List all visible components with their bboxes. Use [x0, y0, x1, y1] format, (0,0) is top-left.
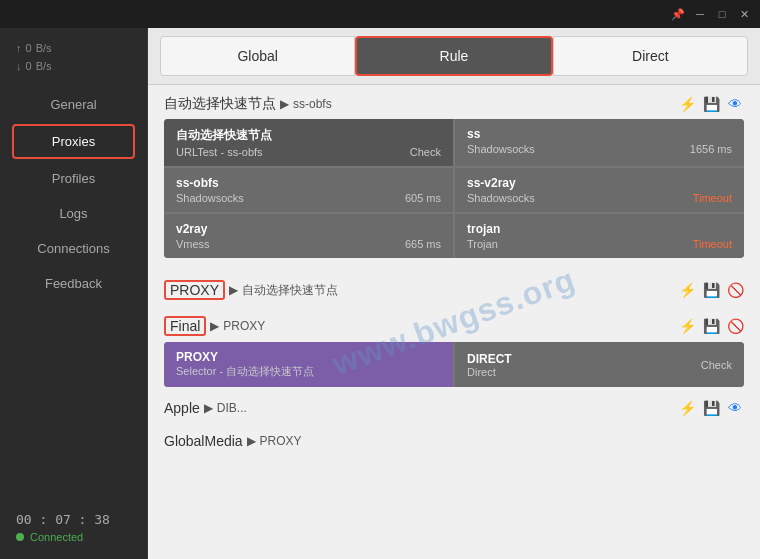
- card-latency-ss-obfs: 605 ms: [405, 192, 441, 204]
- final-card-name-proxy: PROXY: [176, 350, 441, 364]
- tab-direct[interactable]: Direct: [553, 36, 748, 76]
- group-name-proxy: PROXY: [164, 280, 225, 300]
- sidebar-item-feedback[interactable]: Feedback: [0, 266, 147, 301]
- group-header-auto-select: 自动选择快速节点 ▶ ss-obfs ⚡ 💾 👁: [164, 85, 744, 119]
- content-area: Global Rule Direct www.bwgss.org 自动选择快速节…: [148, 28, 760, 559]
- save-icon-proxy[interactable]: 💾: [702, 281, 720, 299]
- sidebar-item-general[interactable]: General: [0, 87, 147, 122]
- proxy-grid-auto: 自动选择快速节点 URLTest - ss-obfs Check ss Shad…: [164, 119, 744, 258]
- card-latency-ss: 1656 ms: [690, 143, 732, 155]
- minimize-button[interactable]: ─: [692, 6, 708, 22]
- proxy-card-v2ray[interactable]: v2ray Vmess 665 ms: [164, 214, 453, 258]
- group-actions-proxy: ⚡ 💾 🚫: [678, 281, 744, 299]
- group-header-globalmedia: GlobalMedia ▶ PROXY: [164, 423, 744, 455]
- save-icon-auto[interactable]: 💾: [702, 95, 720, 113]
- sidebar-item-connections[interactable]: Connections: [0, 231, 147, 266]
- tab-rule[interactable]: Rule: [355, 36, 552, 76]
- lightning-icon-proxy[interactable]: ⚡: [678, 281, 696, 299]
- card-type-trojan: Trojan: [467, 238, 500, 250]
- card-latency-auto: Check: [410, 146, 441, 158]
- card-latency-v2ray: 665 ms: [405, 238, 441, 250]
- card-latency-ss-v2ray: Timeout: [693, 192, 732, 204]
- group-header-final: Final ▶ PROXY ⚡ 💾 🚫: [164, 306, 744, 342]
- tab-bar: Global Rule Direct: [148, 28, 760, 85]
- close-button[interactable]: ✕: [736, 6, 752, 22]
- card-name-ss-v2ray: ss-v2ray: [467, 176, 535, 190]
- eye-off-icon-final[interactable]: 🚫: [726, 317, 744, 335]
- group-name-final: Final: [164, 316, 206, 336]
- group-subtitle-apple: DIB...: [217, 401, 247, 415]
- final-grid: PROXY Selector - 自动选择快速节点 DIRECT Direct …: [164, 342, 744, 387]
- proxy-list[interactable]: www.bwgss.org 自动选择快速节点 ▶ ss-obfs ⚡ 💾 👁: [148, 85, 760, 559]
- sidebar-item-proxies[interactable]: Proxies: [12, 124, 135, 159]
- group-actions-apple: ⚡ 💾 👁: [678, 399, 744, 417]
- card-latency-trojan: Timeout: [693, 238, 732, 250]
- group-subtitle-globalmedia: PROXY: [260, 434, 302, 448]
- final-card-proxy[interactable]: PROXY Selector - 自动选择快速节点: [164, 342, 453, 387]
- proxy-card-trojan[interactable]: trojan Trojan Timeout: [455, 214, 744, 258]
- group-subtitle-final: PROXY: [223, 319, 265, 333]
- proxy-card-ss-obfs[interactable]: ss-obfs Shadowsocks 605 ms: [164, 168, 453, 212]
- proxy-card-ss[interactable]: ss Shadowsocks 1656 ms: [455, 119, 744, 166]
- final-card-name-direct: DIRECT: [467, 352, 512, 366]
- group-name-apple: Apple: [164, 400, 200, 416]
- eye-icon-apple[interactable]: 👁: [726, 399, 744, 417]
- arrow-icon-globalmedia: ▶: [247, 434, 256, 448]
- arrow-icon-apple: ▶: [204, 401, 213, 415]
- download-unit: B/s: [36, 58, 52, 76]
- final-card-latency-direct: Check: [701, 359, 732, 371]
- upload-unit: B/s: [36, 40, 52, 58]
- network-stats: ↑ 0 B/s ↓ 0 B/s: [0, 36, 147, 83]
- sidebar-item-logs[interactable]: Logs: [0, 196, 147, 231]
- sidebar: ↑ 0 B/s ↓ 0 B/s General Proxies Profiles…: [0, 28, 148, 559]
- card-name-trojan: trojan: [467, 222, 500, 236]
- save-icon-final[interactable]: 💾: [702, 317, 720, 335]
- proxy-card-auto-select[interactable]: 自动选择快速节点 URLTest - ss-obfs Check: [164, 119, 453, 166]
- maximize-button[interactable]: □: [714, 6, 730, 22]
- connected-label: Connected: [30, 531, 83, 543]
- card-type-ss: Shadowsocks: [467, 143, 535, 155]
- group-actions-auto: ⚡ 💾 👁: [678, 95, 744, 113]
- group-title-final[interactable]: Final ▶ PROXY: [164, 316, 265, 336]
- lightning-icon-auto[interactable]: ⚡: [678, 95, 696, 113]
- download-value: 0: [26, 58, 32, 76]
- card-name-ss: ss: [467, 127, 535, 141]
- card-type-ss-v2ray: Shadowsocks: [467, 192, 535, 204]
- upload-arrow-icon: ↑: [16, 40, 22, 58]
- group-title-proxy[interactable]: PROXY ▶ 自动选择快速节点: [164, 280, 338, 300]
- lightning-icon-final[interactable]: ⚡: [678, 317, 696, 335]
- proxy-card-ss-v2ray[interactable]: ss-v2ray Shadowsocks Timeout: [455, 168, 744, 212]
- group-name-globalmedia: GlobalMedia: [164, 433, 243, 449]
- group-actions-final: ⚡ 💾 🚫: [678, 317, 744, 335]
- group-title-globalmedia[interactable]: GlobalMedia ▶ PROXY: [164, 433, 302, 449]
- connected-dot-icon: [16, 533, 24, 541]
- connected-badge: Connected: [16, 531, 131, 543]
- sidebar-nav: General Proxies Profiles Logs Connection…: [0, 87, 147, 301]
- title-bar: 📌 ─ □ ✕: [0, 0, 760, 28]
- group-title-auto-select[interactable]: 自动选择快速节点 ▶ ss-obfs: [164, 95, 332, 113]
- arrow-icon-final: ▶: [210, 319, 219, 333]
- final-card-type-direct: Direct: [467, 366, 512, 378]
- pin-button[interactable]: 📌: [670, 6, 686, 22]
- group-header-proxy: PROXY ▶ 自动选择快速节点 ⚡ 💾 🚫: [164, 270, 744, 306]
- card-name-auto: 自动选择快速节点: [176, 127, 272, 144]
- sidebar-bottom: 00 : 07 : 38 Connected: [0, 504, 147, 551]
- group-subtitle-proxy: 自动选择快速节点: [242, 282, 338, 299]
- arrow-icon-auto: ▶: [280, 97, 289, 111]
- group-header-apple: Apple ▶ DIB... ⚡ 💾 👁: [164, 389, 744, 423]
- card-type-v2ray: Vmess: [176, 238, 210, 250]
- eye-icon-auto[interactable]: 👁: [726, 95, 744, 113]
- sidebar-item-profiles[interactable]: Profiles: [0, 161, 147, 196]
- save-icon-apple[interactable]: 💾: [702, 399, 720, 417]
- card-name-ss-obfs: ss-obfs: [176, 176, 244, 190]
- tab-global[interactable]: Global: [160, 36, 355, 76]
- final-card-direct[interactable]: DIRECT Direct Check: [455, 342, 744, 387]
- final-card-type-proxy: Selector - 自动选择快速节点: [176, 364, 441, 379]
- proxy-group-auto-select: 自动选择快速节点 URLTest - ss-obfs Check ss Shad…: [164, 119, 744, 258]
- group-title-apple[interactable]: Apple ▶ DIB...: [164, 400, 247, 416]
- upload-value: 0: [26, 40, 32, 58]
- lightning-icon-apple[interactable]: ⚡: [678, 399, 696, 417]
- eye-off-icon-proxy[interactable]: 🚫: [726, 281, 744, 299]
- group-name-auto: 自动选择快速节点: [164, 95, 276, 113]
- card-name-v2ray: v2ray: [176, 222, 210, 236]
